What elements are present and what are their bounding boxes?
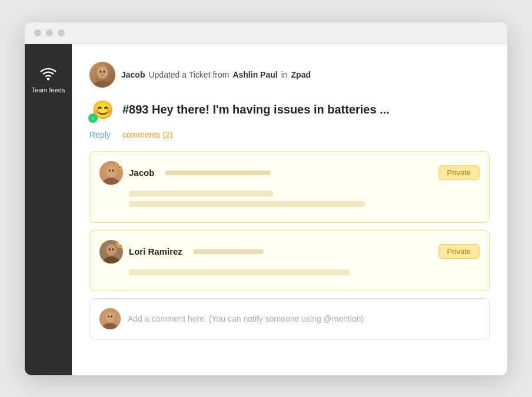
svg-point-14 <box>109 248 111 251</box>
feed-user-name: Jacob <box>121 70 145 79</box>
comment-card-2: 💬 Lori Ramirez Private <box>89 230 490 291</box>
comment-name-2: Lori Ramirez <box>129 246 182 256</box>
feed-header: Jacob Updated a Ticket from Ashlin Paul … <box>89 62 490 88</box>
down-arrow-badge: ↓ <box>88 114 98 123</box>
window-dot-3 <box>58 29 65 36</box>
private-badge-1: Private <box>438 165 480 180</box>
comment-header-1: 💬 Jacob Private <box>99 161 480 185</box>
feed-in-text: in <box>281 70 288 79</box>
comment-content-line-1b <box>129 201 365 207</box>
avatar-jacob-comment: 💬 <box>99 161 123 185</box>
reply-button[interactable]: Reply <box>89 130 111 139</box>
comment-card-1: 💬 Jacob Private <box>89 151 490 223</box>
comment-line-name-2 <box>193 249 264 254</box>
sidebar-item-label: Team feeds <box>32 86 65 94</box>
sidebar: Team feeds <box>25 44 72 375</box>
svg-point-15 <box>112 248 114 251</box>
svg-point-0 <box>48 78 49 79</box>
title-bar <box>25 22 507 44</box>
avatar-jacob-header <box>89 62 115 88</box>
feed-action-text: Updated a Ticket from <box>148 70 229 79</box>
svg-point-17 <box>105 312 115 322</box>
comment-line-name-1 <box>165 171 271 175</box>
browser-window: Team feeds <box>25 22 507 375</box>
comment-user-2: 💬 Lori Ramirez <box>99 240 264 263</box>
ticket-title[interactable]: #893 Hey there! I'm having issues in bat… <box>122 103 390 116</box>
svg-point-5 <box>104 71 105 73</box>
svg-point-12 <box>106 244 117 256</box>
sidebar-item-team-feeds[interactable]: Team feeds <box>26 56 71 102</box>
main-content: Jacob Updated a Ticket from Ashlin Paul … <box>72 44 507 375</box>
svg-point-3 <box>98 67 107 78</box>
feed-header-text: Jacob Updated a Ticket from Ashlin Paul … <box>121 70 311 79</box>
comment-header-2: 💬 Lori Ramirez Private <box>99 240 480 263</box>
avatar-current-user <box>99 308 121 329</box>
chat-badge-1: 💬 <box>116 161 123 169</box>
avatar-lori-comment: 💬 <box>99 240 123 263</box>
comment-user-1: 💬 Jacob <box>99 161 271 185</box>
svg-point-2 <box>93 81 112 88</box>
comment-name-1: Jacob <box>129 168 154 178</box>
wifi-icon <box>39 64 58 83</box>
chat-badge-2: 💬 <box>116 240 123 248</box>
svg-point-4 <box>100 71 102 73</box>
svg-point-9 <box>109 169 111 172</box>
add-comment-placeholder: Add a comment here. (You can notify some… <box>128 314 364 323</box>
comment-content-line-1a <box>129 191 273 196</box>
ticket-emoji: 😊 ↓ <box>89 97 115 123</box>
feed-from-name: Ashlin Paul <box>232 70 277 79</box>
add-comment-box[interactable]: Add a comment here. (You can notify some… <box>89 298 490 339</box>
private-badge-2: Private <box>438 244 480 259</box>
window-dot-1 <box>34 29 41 36</box>
comment-content-line-2 <box>129 269 350 275</box>
window-dot-2 <box>46 29 53 36</box>
feed-actions: Reply comments (2) <box>89 130 490 139</box>
feed-app-name: Zpad <box>291 70 311 79</box>
svg-point-20 <box>111 315 112 317</box>
svg-point-10 <box>112 169 114 172</box>
svg-point-7 <box>106 165 117 177</box>
comments-link[interactable]: comments (2) <box>122 130 173 139</box>
svg-point-19 <box>108 315 109 317</box>
ticket-row: 😊 ↓ #893 Hey there! I'm having issues in… <box>89 97 490 123</box>
browser-body: Team feeds <box>25 44 507 375</box>
